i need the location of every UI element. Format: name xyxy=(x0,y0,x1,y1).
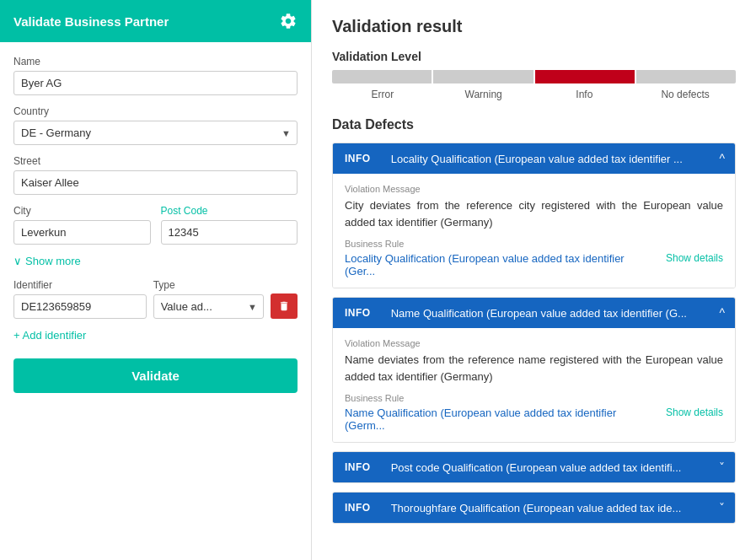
country-select[interactable]: DE - Germany xyxy=(13,121,298,145)
identifier-row: Identifier Type Value ad... ▼ xyxy=(13,279,298,319)
show-more-label: Show more xyxy=(25,255,81,267)
city-group: City xyxy=(13,205,151,245)
gear-icon[interactable] xyxy=(279,12,298,30)
postcode-group: Post Code xyxy=(161,205,298,245)
defect-card-1: INFO Locality Qualification (European va… xyxy=(332,143,736,288)
postcode-label: Post Code xyxy=(161,205,298,217)
level-labels: Error Warning Info No defects xyxy=(332,89,736,100)
city-label: City xyxy=(13,205,151,217)
defect-rule-text-2: Name Qualification (European value added… xyxy=(345,407,656,432)
defect-title-3: Post code Qualification (European value … xyxy=(383,453,709,482)
country-group: Country DE - Germany ▼ xyxy=(13,105,298,145)
street-label: Street xyxy=(13,155,298,167)
bar-nodefects xyxy=(636,70,736,83)
validate-button[interactable]: Validate xyxy=(13,358,298,393)
type-select-wrapper: Value ad... ▼ xyxy=(153,294,264,319)
street-group: Street xyxy=(13,155,298,195)
name-group: Name xyxy=(13,56,298,95)
label-nodefects: No defects xyxy=(635,89,736,100)
postcode-input[interactable] xyxy=(161,220,298,245)
validation-level-title: Validation Level xyxy=(332,50,736,63)
left-header: Validate Business Partner xyxy=(0,0,311,42)
bar-error xyxy=(332,70,432,83)
label-warning: Warning xyxy=(433,89,534,100)
defect-rule-text-1: Locality Qualification (European value a… xyxy=(345,252,656,277)
label-info: Info xyxy=(534,89,635,100)
type-group: Type Value ad... ▼ xyxy=(153,279,264,319)
info-badge-4: INFO xyxy=(333,493,383,522)
city-input[interactable] xyxy=(13,220,151,245)
defect-title-1: Locality Qualification (European value a… xyxy=(383,144,710,174)
defect-header-1: INFO Locality Qualification (European va… xyxy=(333,143,735,174)
defect-card-4: INFO Thoroughfare Qualification (Europea… xyxy=(332,492,736,524)
right-panel: Validation result Validation Level Error… xyxy=(312,0,756,560)
show-details-link-2[interactable]: Show details xyxy=(666,407,723,418)
name-input[interactable] xyxy=(13,71,298,95)
form-body: Name Country DE - Germany ▼ Street City xyxy=(0,42,311,560)
business-rule-label-2: Business Rule xyxy=(345,393,723,403)
defect-body-2: Violation Message Name deviates from the… xyxy=(333,328,735,442)
trash-icon xyxy=(278,300,290,312)
defect-rule-row-1: Locality Qualification (European value a… xyxy=(345,252,723,277)
chevron-down-icon: ∨ xyxy=(13,255,22,267)
info-badge-2: INFO xyxy=(333,299,383,327)
type-label: Type xyxy=(153,279,264,291)
left-panel: Validate Business Partner Name Country D… xyxy=(0,0,312,560)
defect-chevron-3[interactable]: ˅ xyxy=(709,452,735,482)
panel-title: Validate Business Partner xyxy=(13,14,169,29)
type-select[interactable]: Value ad... xyxy=(153,294,264,319)
validation-level-section: Validation Level Error Warning Info No d… xyxy=(332,50,736,100)
bar-info xyxy=(535,70,635,83)
country-select-wrapper: DE - Germany ▼ xyxy=(13,121,298,145)
data-defects-title: Data Defects xyxy=(332,117,736,132)
defect-body-1: Violation Message City deviates from the… xyxy=(333,174,735,288)
show-details-link-1[interactable]: Show details xyxy=(666,252,723,264)
validation-title: Validation result xyxy=(332,17,736,36)
defect-card-3: INFO Post code Qualification (European v… xyxy=(332,451,736,483)
defect-title-4: Thoroughfare Qualification (European val… xyxy=(383,493,709,523)
city-postcode-row: City Post Code xyxy=(13,205,298,255)
level-bar-container xyxy=(332,70,736,83)
defect-title-2: Name Qualification (European value added… xyxy=(383,299,710,328)
violation-message-2: Name deviates from the reference name re… xyxy=(345,352,723,385)
defect-chevron-2[interactable]: ^ xyxy=(709,298,735,328)
business-rule-label-1: Business Rule xyxy=(345,239,723,249)
country-label: Country xyxy=(13,105,298,117)
defect-header-2: INFO Name Qualification (European value … xyxy=(333,298,735,328)
show-more-link[interactable]: ∨ Show more xyxy=(13,255,298,267)
street-input[interactable] xyxy=(13,170,298,195)
violation-label-1: Violation Message xyxy=(345,184,723,194)
info-badge-1: INFO xyxy=(333,144,383,173)
defect-chevron-1[interactable]: ^ xyxy=(709,143,735,174)
delete-identifier-button[interactable] xyxy=(271,293,298,319)
add-identifier-label: + Add identifier xyxy=(13,329,86,342)
defect-card-2: INFO Name Qualification (European value … xyxy=(332,297,736,443)
defect-rule-row-2: Name Qualification (European value added… xyxy=(345,407,723,432)
defect-header-3: INFO Post code Qualification (European v… xyxy=(333,452,735,482)
info-badge-3: INFO xyxy=(333,453,383,482)
name-label: Name xyxy=(13,56,298,67)
bar-warning xyxy=(433,70,533,83)
label-error: Error xyxy=(332,89,433,100)
add-identifier-link[interactable]: + Add identifier xyxy=(13,329,298,342)
violation-label-2: Violation Message xyxy=(345,338,723,348)
identifier-group: Identifier xyxy=(13,279,147,319)
identifier-label: Identifier xyxy=(13,279,147,291)
defect-header-4: INFO Thoroughfare Qualification (Europea… xyxy=(333,493,735,523)
violation-message-1: City deviates from the reference city re… xyxy=(345,197,723,230)
identifier-input[interactable] xyxy=(13,294,147,319)
defect-chevron-4[interactable]: ˅ xyxy=(709,493,735,523)
